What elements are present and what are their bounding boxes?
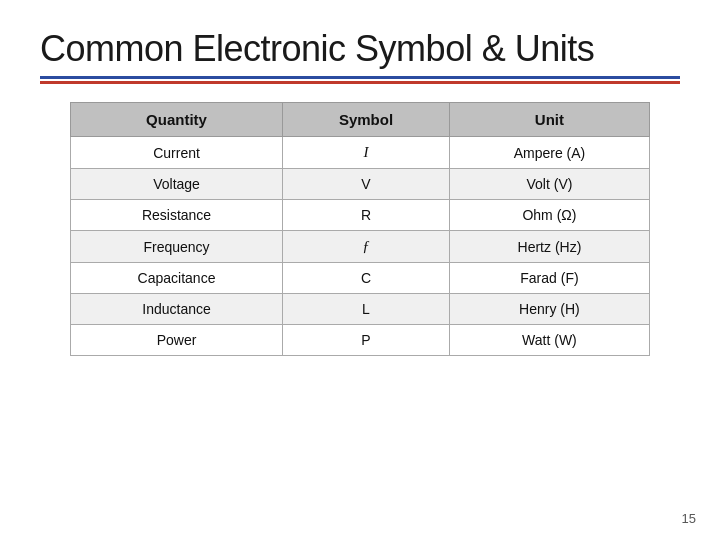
page-number: 15 bbox=[682, 511, 696, 526]
cell-quantity: Capacitance bbox=[71, 263, 283, 294]
cell-unit: Ampere (A) bbox=[449, 137, 649, 169]
main-table: Quantity Symbol Unit CurrentIAmpere (A)V… bbox=[70, 102, 650, 356]
cell-quantity: Power bbox=[71, 325, 283, 356]
col-header-symbol: Symbol bbox=[283, 103, 450, 137]
title-divider bbox=[40, 76, 680, 84]
cell-unit: Volt (V) bbox=[449, 169, 649, 200]
cell-symbol: R bbox=[283, 200, 450, 231]
cell-symbol: I bbox=[283, 137, 450, 169]
cell-unit: Watt (W) bbox=[449, 325, 649, 356]
col-header-quantity: Quantity bbox=[71, 103, 283, 137]
table-row: ResistanceROhm (Ω) bbox=[71, 200, 650, 231]
cell-symbol: C bbox=[283, 263, 450, 294]
cell-symbol: L bbox=[283, 294, 450, 325]
divider-blue bbox=[40, 76, 680, 79]
page: Common Electronic Symbol & Units Quantit… bbox=[0, 0, 720, 540]
table-row: CapacitanceCFarad (F) bbox=[71, 263, 650, 294]
cell-unit: Henry (H) bbox=[449, 294, 649, 325]
table-row: FrequencyƒHertz (Hz) bbox=[71, 231, 650, 263]
page-title: Common Electronic Symbol & Units bbox=[40, 28, 680, 70]
table-row: PowerPWatt (W) bbox=[71, 325, 650, 356]
cell-quantity: Voltage bbox=[71, 169, 283, 200]
cell-quantity: Current bbox=[71, 137, 283, 169]
cell-unit: Ohm (Ω) bbox=[449, 200, 649, 231]
cell-symbol: ƒ bbox=[283, 231, 450, 263]
col-header-unit: Unit bbox=[449, 103, 649, 137]
cell-unit: Farad (F) bbox=[449, 263, 649, 294]
table-row: VoltageVVolt (V) bbox=[71, 169, 650, 200]
cell-quantity: Inductance bbox=[71, 294, 283, 325]
cell-quantity: Frequency bbox=[71, 231, 283, 263]
divider-red bbox=[40, 81, 680, 84]
cell-unit: Hertz (Hz) bbox=[449, 231, 649, 263]
table-row: CurrentIAmpere (A) bbox=[71, 137, 650, 169]
cell-symbol: P bbox=[283, 325, 450, 356]
table-header-row: Quantity Symbol Unit bbox=[71, 103, 650, 137]
cell-symbol: V bbox=[283, 169, 450, 200]
table-row: InductanceLHenry (H) bbox=[71, 294, 650, 325]
cell-quantity: Resistance bbox=[71, 200, 283, 231]
table-wrapper: Quantity Symbol Unit CurrentIAmpere (A)V… bbox=[40, 102, 680, 356]
